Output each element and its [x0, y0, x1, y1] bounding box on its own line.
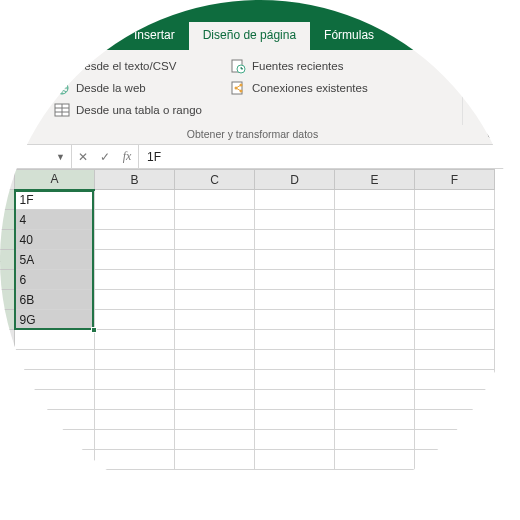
cell[interactable]	[335, 310, 415, 330]
refresh-all-button[interactable]: Actualizar todo ▼	[471, 54, 520, 125]
spreadsheet-grid[interactable]: A B C D E F 11F 24 340 45A 56 66B 79G 8	[0, 169, 520, 470]
cell[interactable]	[335, 430, 415, 450]
tab-inicio[interactable]: Inicio	[64, 22, 120, 50]
cell[interactable]	[175, 310, 255, 330]
cell[interactable]	[335, 390, 415, 410]
cell[interactable]	[15, 430, 95, 450]
cell[interactable]	[255, 350, 335, 370]
cell[interactable]	[95, 330, 175, 350]
insert-function-button[interactable]: fx	[116, 145, 138, 168]
cell[interactable]	[175, 330, 255, 350]
cell[interactable]	[95, 370, 175, 390]
cell[interactable]	[15, 330, 95, 350]
cell[interactable]	[335, 230, 415, 250]
cell[interactable]	[175, 250, 255, 270]
tab-diseno-pagina[interactable]: Diseño de página	[189, 22, 310, 50]
cell[interactable]	[95, 450, 175, 470]
cell[interactable]	[335, 330, 415, 350]
fill-handle[interactable]	[91, 327, 97, 333]
cell[interactable]	[175, 290, 255, 310]
cell[interactable]	[15, 390, 95, 410]
cell[interactable]	[175, 210, 255, 230]
cell[interactable]	[175, 190, 255, 210]
cell[interactable]	[335, 410, 415, 430]
cell[interactable]	[15, 410, 95, 430]
row-header[interactable]: 7	[0, 310, 15, 330]
cell[interactable]	[255, 390, 335, 410]
cell[interactable]	[255, 230, 335, 250]
row-header[interactable]: 1	[0, 190, 15, 210]
enter-formula-button[interactable]: ✓	[94, 145, 116, 168]
cell[interactable]	[415, 270, 495, 290]
cell[interactable]	[15, 450, 95, 470]
column-header-a[interactable]: A	[15, 170, 95, 190]
cell[interactable]	[255, 210, 335, 230]
cell-a3[interactable]: 40	[15, 230, 95, 250]
cell[interactable]	[95, 190, 175, 210]
cell[interactable]	[175, 450, 255, 470]
cell[interactable]	[255, 250, 335, 270]
cell[interactable]	[415, 390, 495, 410]
cell-a4[interactable]: 5A	[15, 250, 95, 270]
name-box[interactable]: A1 ▼	[0, 145, 72, 168]
cell[interactable]	[335, 450, 415, 470]
row-header[interactable]: 4	[0, 250, 15, 270]
cell[interactable]	[255, 290, 335, 310]
cell[interactable]	[255, 190, 335, 210]
recent-sources-button[interactable]: Fuentes recientes	[224, 56, 374, 76]
column-header-b[interactable]: B	[95, 170, 175, 190]
cell[interactable]	[415, 230, 495, 250]
get-data-button[interactable]: Obtener datos ▼	[0, 54, 48, 125]
from-table-button[interactable]: Desde una tabla o rango	[48, 100, 208, 120]
cell[interactable]	[175, 370, 255, 390]
row-header[interactable]: 8	[0, 330, 15, 350]
cell[interactable]	[415, 370, 495, 390]
cell[interactable]	[415, 210, 495, 230]
cell[interactable]	[415, 250, 495, 270]
cell[interactable]	[15, 350, 95, 370]
cell[interactable]	[255, 370, 335, 390]
cell-a5[interactable]: 6	[15, 270, 95, 290]
cell[interactable]	[255, 450, 335, 470]
tab-formulas[interactable]: Fórmulas	[310, 22, 388, 50]
cell[interactable]	[415, 430, 495, 450]
existing-connections-button[interactable]: Conexiones existentes	[224, 78, 374, 98]
from-csv-button[interactable]: Desde el texto/CSV	[48, 56, 208, 76]
cell[interactable]	[175, 270, 255, 290]
column-header-d[interactable]: D	[255, 170, 335, 190]
cell[interactable]	[95, 250, 175, 270]
row-header[interactable]	[0, 350, 15, 370]
cell[interactable]	[415, 450, 495, 470]
cell[interactable]	[95, 310, 175, 330]
cell[interactable]	[95, 290, 175, 310]
cell[interactable]	[95, 390, 175, 410]
cell[interactable]	[415, 310, 495, 330]
cell[interactable]	[95, 410, 175, 430]
row-header[interactable]	[0, 430, 15, 450]
column-header-e[interactable]: E	[335, 170, 415, 190]
cancel-formula-button[interactable]: ✕	[72, 145, 94, 168]
cell[interactable]	[255, 410, 335, 430]
cell[interactable]	[415, 330, 495, 350]
cell[interactable]	[415, 190, 495, 210]
cell-a2[interactable]: 4	[15, 210, 95, 230]
cell[interactable]	[175, 230, 255, 250]
cell[interactable]	[335, 290, 415, 310]
cell-a7[interactable]: 9G	[15, 310, 95, 330]
column-header-f[interactable]: F	[415, 170, 495, 190]
cell[interactable]	[335, 210, 415, 230]
cell[interactable]	[335, 270, 415, 290]
cell[interactable]	[95, 270, 175, 290]
cell[interactable]	[335, 250, 415, 270]
cell[interactable]	[415, 410, 495, 430]
row-header[interactable]	[0, 410, 15, 430]
row-header[interactable]	[0, 370, 15, 390]
cell[interactable]	[175, 390, 255, 410]
cell[interactable]	[95, 350, 175, 370]
cell[interactable]	[415, 290, 495, 310]
cell[interactable]	[335, 370, 415, 390]
cell-a1[interactable]: 1F	[15, 190, 95, 210]
cell[interactable]	[255, 430, 335, 450]
row-header[interactable]: 6	[0, 290, 15, 310]
cell[interactable]	[255, 270, 335, 290]
